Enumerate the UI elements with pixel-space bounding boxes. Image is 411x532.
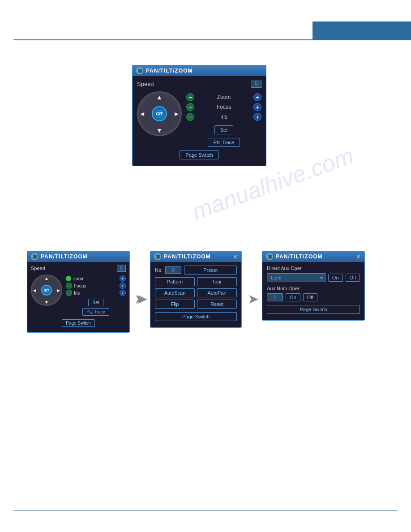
large-page-switch-button[interactable]: Page Switch bbox=[180, 150, 218, 159]
large-ptz-panel: 🎥 PAN/TILT/ZOOM Speed 5 ▲ ▼ ◄ ► GIT − Zo… bbox=[132, 65, 266, 166]
sm1-speed-label: Speed bbox=[31, 266, 45, 271]
sm1-focus-row: − Focus + bbox=[66, 283, 126, 289]
top-divider-line bbox=[13, 39, 411, 40]
ptz-trace-button[interactable]: Ptz Trace bbox=[208, 138, 240, 147]
sm1-speed-row: Speed 5 bbox=[31, 265, 126, 272]
ptz-title-icon: 🎥 bbox=[136, 67, 143, 74]
small3-ptz-content: Direct Aux Oper Light On Off Aux Num Ope… bbox=[262, 262, 364, 320]
small3-ptz-title-bar: 🎥 PAN/TILT/ZOOM ✕ bbox=[262, 251, 364, 262]
zoom-control-row: − Zoom + bbox=[186, 93, 261, 101]
p2-button-grid: Pattern Tour AutoScan AutoPan Flip Reset bbox=[155, 277, 237, 309]
p3-light-row: Light On Off bbox=[267, 273, 360, 282]
sm3-page-switch-button[interactable]: Page Switch bbox=[267, 305, 360, 314]
small2-ptz-title-icon: 🎥 bbox=[154, 253, 161, 260]
sm1-dpad-up[interactable]: ▲ bbox=[44, 276, 49, 281]
sm1-focus-minus[interactable]: − bbox=[66, 283, 72, 289]
sm1-iris-label: Iris bbox=[74, 291, 118, 296]
p2-reset-button[interactable]: Reset bbox=[197, 300, 237, 309]
arrow2: ➤ bbox=[134, 291, 146, 307]
sm1-zoom-label: Zoom bbox=[73, 276, 118, 281]
dpad-up-arrow[interactable]: ▲ bbox=[156, 94, 163, 101]
focus-label: Focus bbox=[197, 104, 251, 110]
sm1-dpad-left[interactable]: ◄ bbox=[32, 288, 37, 293]
large-ptz-content: Speed 5 ▲ ▼ ◄ ► GIT − Zoom + − Focus bbox=[133, 76, 266, 166]
zoom-plus-btn[interactable]: + bbox=[253, 93, 261, 101]
focus-plus-btn[interactable]: + bbox=[253, 103, 261, 111]
p2-no-label: No. bbox=[155, 267, 163, 273]
small1-ptz-title-bar: 🎥 PAN/TILT/ZOOM bbox=[27, 251, 129, 262]
sm1-speed-value: 5 bbox=[117, 265, 126, 272]
sm1-focus-label: Focus bbox=[74, 283, 118, 288]
large-ptz-title: PAN/TILT/ZOOM bbox=[146, 68, 193, 74]
p3-off-btn2[interactable]: Off bbox=[303, 293, 317, 301]
sm1-ptz-trace-button[interactable]: Ptz Trace bbox=[82, 308, 109, 316]
p3-aux-num-row: On Off bbox=[267, 293, 360, 301]
ptz-right-controls: − Zoom + − Focus + − Iris + Set bbox=[186, 91, 261, 147]
ptz-trace-btn-row: Ptz Trace bbox=[186, 138, 261, 147]
p3-aux-num-input[interactable] bbox=[267, 293, 283, 301]
small-ptz-panel1: 🎥 PAN/TILT/ZOOM Speed 5 ▲ ▼ ◄ ► GIT Zoom… bbox=[27, 251, 130, 333]
sm1-zoom-plus[interactable]: + bbox=[120, 275, 126, 282]
sm1-dpad-right[interactable]: ► bbox=[56, 288, 61, 293]
iris-control-row: − Iris + bbox=[186, 113, 261, 121]
p2-no-row: No. Preset bbox=[155, 266, 237, 275]
p2-tour-button[interactable]: Tour bbox=[197, 277, 237, 286]
sm1-page-switch-row: Page Switch bbox=[31, 319, 126, 330]
sm1-dpad-down[interactable]: ▼ bbox=[44, 300, 49, 305]
focus-control-row: − Focus + bbox=[186, 103, 261, 111]
sm1-body: ▲ ▼ ◄ ► GIT Zoom + − Focus + − bbox=[31, 275, 126, 316]
p2-autopan-button[interactable]: AutoPan bbox=[197, 288, 237, 297]
dpad: ▲ ▼ ◄ ► GIT bbox=[137, 91, 182, 136]
sm2-page-switch-row: Page Switch bbox=[155, 312, 237, 324]
sm1-set-row: Set bbox=[66, 299, 126, 306]
bottom-divider-line bbox=[13, 510, 398, 511]
speed-row: Speed 5 bbox=[137, 80, 261, 88]
sm1-focus-plus[interactable]: + bbox=[120, 283, 126, 289]
dpad-center-btn[interactable]: GIT bbox=[152, 106, 167, 121]
sm1-set-button[interactable]: Set bbox=[88, 299, 103, 306]
sm1-iris-minus[interactable]: − bbox=[66, 290, 72, 296]
sm1-iris-row: − Iris + bbox=[66, 290, 126, 296]
zoom-label: Zoom bbox=[197, 94, 251, 100]
large-ptz-title-bar: 🎥 PAN/TILT/ZOOM bbox=[133, 65, 266, 76]
p2-pattern-button[interactable]: Pattern bbox=[155, 277, 195, 286]
sm1-ptz-trace-row: Ptz Trace bbox=[66, 308, 126, 316]
small1-ptz-content: Speed 5 ▲ ▼ ◄ ► GIT Zoom + − Focus bbox=[27, 262, 129, 332]
iris-minus-btn[interactable]: − bbox=[186, 113, 194, 121]
small1-ptz-title-icon: 🎥 bbox=[31, 253, 38, 260]
zoom-minus-btn[interactable]: − bbox=[186, 93, 194, 101]
arrow3: ➤ bbox=[248, 291, 259, 307]
small2-ptz-content: No. Preset Pattern Tour AutoScan AutoPan… bbox=[150, 262, 241, 327]
p3-off-btn1[interactable]: Off bbox=[346, 274, 360, 282]
sm1-right-controls: Zoom + − Focus + − Iris + Set Ptz Trac bbox=[66, 275, 126, 316]
speed-label: Speed bbox=[137, 81, 154, 87]
sm1-zoom-green-dot bbox=[66, 276, 71, 281]
p3-light-select[interactable]: Light bbox=[267, 273, 325, 282]
sm1-iris-plus[interactable]: + bbox=[120, 290, 126, 296]
iris-label: Iris bbox=[197, 114, 251, 120]
sm2-page-switch-button[interactable]: Page Switch bbox=[155, 312, 237, 321]
focus-minus-btn[interactable]: − bbox=[186, 103, 194, 111]
p3-on-btn1[interactable]: On bbox=[328, 274, 343, 282]
small3-close-btn[interactable]: ✕ bbox=[356, 253, 361, 260]
small-ptz-panel3: 🎥 PAN/TILT/ZOOM ✕ Direct Aux Oper Light … bbox=[262, 251, 365, 321]
small2-close-btn[interactable]: ✕ bbox=[233, 253, 238, 260]
p2-autoscan-button[interactable]: AutoScan bbox=[155, 288, 195, 297]
set-button[interactable]: Set bbox=[214, 125, 234, 134]
p2-preset-button[interactable]: Preset bbox=[184, 266, 237, 275]
small3-ptz-title: PAN/TILT/ZOOM bbox=[276, 253, 323, 260]
dpad-right-arrow[interactable]: ► bbox=[173, 110, 180, 117]
p3-direct-aux-title: Direct Aux Oper bbox=[267, 266, 360, 271]
dpad-down-arrow[interactable]: ▼ bbox=[156, 127, 163, 134]
sm1-zoom-row: Zoom + bbox=[66, 275, 126, 282]
p3-aux-num-title: Aux Num Oper bbox=[267, 286, 360, 291]
p2-flip-button[interactable]: Flip bbox=[155, 300, 195, 309]
p3-on-btn2[interactable]: On bbox=[286, 293, 300, 301]
sm1-dpad-center[interactable]: GIT bbox=[41, 285, 52, 296]
sm1-page-switch-button[interactable]: Page Switch bbox=[62, 319, 95, 327]
dpad-left-arrow[interactable]: ◄ bbox=[139, 110, 146, 117]
large-page-switch-row: Page Switch bbox=[137, 150, 261, 162]
p2-no-input[interactable] bbox=[165, 266, 181, 274]
small3-ptz-title-icon: 🎥 bbox=[266, 253, 273, 260]
iris-plus-btn[interactable]: + bbox=[253, 113, 261, 121]
